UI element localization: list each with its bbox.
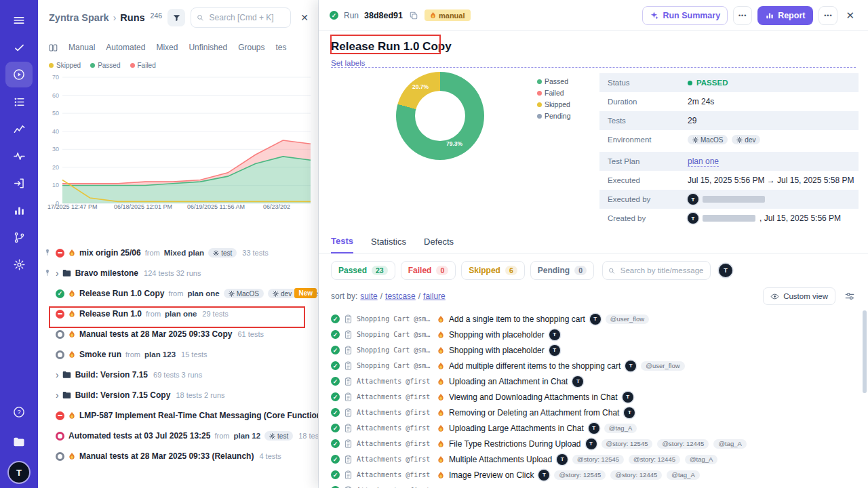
run-list-item[interactable]: Release Run 1.0fromplan one29 tests xyxy=(38,304,318,324)
runs-tab-tes[interactable]: tes xyxy=(275,43,286,52)
sort-by-testcase[interactable]: testcase xyxy=(385,291,416,301)
tab-statistics[interactable]: Statistics xyxy=(371,237,406,253)
line-chart-icon[interactable] xyxy=(5,116,33,142)
tab-defects[interactable]: Defects xyxy=(424,237,454,253)
more-options-icon[interactable]: ••• xyxy=(818,6,837,25)
assignee-avatar[interactable]: T xyxy=(549,345,560,356)
run-meta: 18 tests xyxy=(298,432,318,440)
more-options-icon[interactable]: ••• xyxy=(733,6,752,25)
run-name: LMP-587 Implement Real-Time Chat Messagi… xyxy=(79,411,318,420)
status-aborted-icon xyxy=(56,350,64,359)
assignee-avatar[interactable]: T xyxy=(538,470,549,481)
test-row[interactable]: ✓Shopping Cart @sm…Add a single item to … xyxy=(331,311,859,327)
set-labels-link[interactable]: Set labels xyxy=(331,59,856,68)
filter-chip-failed[interactable]: Failed0 xyxy=(401,261,456,280)
flame-icon xyxy=(68,249,75,257)
assignee-avatar[interactable]: T xyxy=(589,423,599,434)
run-list-item[interactable]: ›Build: Version 7.1569 tests 3 runs xyxy=(38,365,318,385)
run-list-item[interactable]: ✓Release Run 1.0 Copyfromplan one MacOS … xyxy=(38,283,318,304)
plan-name[interactable]: plan one xyxy=(187,289,219,298)
custom-view-button[interactable]: Custom view xyxy=(763,287,835,305)
run-list-item[interactable]: Automated tests at 03 Jul 2025 13:25from… xyxy=(38,426,318,446)
test-row[interactable]: ✓Shopping Cart @sm…Shopping with placeho… xyxy=(331,327,859,342)
help-icon[interactable]: ? xyxy=(5,399,33,425)
plan-name[interactable]: plan 123 xyxy=(144,350,176,359)
run-list-item[interactable]: ›Build: Version 7.15 Copy18 tests 2 runs xyxy=(38,385,318,405)
tab-tests[interactable]: Tests xyxy=(331,236,353,253)
run-list-item[interactable]: Smoke runfromplan 12315 tests xyxy=(38,344,318,365)
run-summary-button[interactable]: Run Summary xyxy=(642,6,728,25)
report-button[interactable]: Report xyxy=(757,6,813,25)
gear-icon[interactable] xyxy=(5,251,33,277)
check-icon[interactable] xyxy=(5,35,33,60)
runs-tab-mixed[interactable]: Mixed xyxy=(156,43,178,52)
runs-search-input[interactable] xyxy=(208,12,285,23)
activity-icon[interactable] xyxy=(5,143,33,169)
view-columns-icon xyxy=(49,43,58,52)
assignee-avatar[interactable]: T xyxy=(625,361,636,371)
plan-name[interactable]: plan one xyxy=(165,310,197,318)
test-row[interactable]: ✓Attachments @firstImage Preview on Clic… xyxy=(331,467,859,483)
filter-funnel-icon[interactable] xyxy=(167,9,185,26)
exit-box-icon[interactable] xyxy=(5,170,33,196)
display-settings-icon[interactable] xyxy=(844,290,856,302)
scrollbar-thumb[interactable] xyxy=(863,310,867,393)
runs-tab-manual[interactable]: Manual xyxy=(68,43,95,52)
user-avatar: T xyxy=(688,213,698,224)
tests-search xyxy=(602,261,711,280)
plan-name[interactable]: plan 12 xyxy=(233,432,260,440)
test-row[interactable]: ✓Attachments @firstUploading an Attachme… xyxy=(331,373,859,389)
run-list-item[interactable]: Manual tests at 28 Mar 2025 09:33 Copy61… xyxy=(38,324,318,344)
bar-chart-icon[interactable] xyxy=(5,197,33,223)
filter-chip-skipped[interactable]: Skipped6 xyxy=(461,261,525,280)
assignee-avatar[interactable]: T xyxy=(590,314,601,325)
assignee-avatar[interactable]: T xyxy=(624,407,635,418)
expand-chevron-icon[interactable]: › xyxy=(56,268,59,278)
list-icon[interactable] xyxy=(5,89,33,115)
sort-by-failure[interactable]: failure xyxy=(423,291,446,301)
info-row-duration: Duration 2m 24s xyxy=(599,92,859,111)
play-circle-icon[interactable] xyxy=(5,62,33,87)
filter-chip-passed[interactable]: Passed23 xyxy=(331,261,395,280)
test-row[interactable]: ✓Shopping Cart @sm…Shopping with placeho… xyxy=(331,342,859,358)
user-avatar[interactable]: T xyxy=(9,462,29,483)
runs-tab-automated[interactable]: Automated xyxy=(106,43,145,52)
runs-tab-groups[interactable]: Groups xyxy=(238,43,264,52)
runs-tab-unfinished[interactable]: Unfinished xyxy=(189,43,227,52)
branch-icon[interactable] xyxy=(5,224,33,250)
run-list-item[interactable]: LMP-587 Implement Real-Time Chat Messagi… xyxy=(38,405,318,426)
run-list-item[interactable]: Manual tests at 28 Mar 2025 09:33 (Relau… xyxy=(38,446,318,466)
assignee-avatar[interactable]: T xyxy=(572,376,583,387)
sort-by-suite[interactable]: suite xyxy=(360,291,377,301)
expand-chevron-icon[interactable]: › xyxy=(56,390,59,400)
assignee-avatar[interactable]: T xyxy=(549,329,560,340)
tests-search-input[interactable] xyxy=(619,266,705,275)
test-row[interactable]: ✓Shopping Cart @sm…Add multiple differen… xyxy=(331,358,859,373)
assignee-avatar[interactable]: T xyxy=(557,454,568,465)
test-row[interactable]: ✓Attachments @firstViewing and Downloadi… xyxy=(331,389,859,405)
run-list-item[interactable]: mix origin 25/06fromMixed plan test33 te… xyxy=(38,243,318,263)
test-row[interactable]: ✓Attachments @firstUploading Large Attac… xyxy=(331,420,859,436)
filter-chip-pending[interactable]: Pending0 xyxy=(530,261,594,280)
assignee-filter-button[interactable]: T xyxy=(717,262,734,279)
close-icon[interactable]: ✕ xyxy=(296,11,313,24)
run-title-row: Release Run 1.0 Copy xyxy=(319,31,868,54)
run-summary-section: 20.7% 79.3% PassedFailedSkippedPending S… xyxy=(319,70,868,232)
run-meta: 4 tests xyxy=(259,452,281,460)
menu-icon[interactable] xyxy=(5,7,33,33)
copy-run-id-icon[interactable] xyxy=(408,12,419,20)
assignee-avatar[interactable]: T xyxy=(586,439,597,449)
test-row[interactable]: ✓Attachments @firstMultiple Attachments … xyxy=(331,451,859,467)
run-name: mix origin 25/06 xyxy=(79,248,141,258)
test-row[interactable]: ✓Attachments @firstFile Type Restriction… xyxy=(331,436,859,451)
expand-chevron-icon[interactable]: › xyxy=(56,370,59,380)
test-row[interactable]: ✓Attachments @firstRemoving or Deleting … xyxy=(331,405,859,420)
plan-name[interactable]: Mixed plan xyxy=(164,249,204,257)
assignee-avatar[interactable]: T xyxy=(623,392,633,403)
test-plan-link[interactable]: plan one xyxy=(688,157,719,167)
folder-icon[interactable] xyxy=(5,429,33,455)
breadcrumb-project[interactable]: Zyntra Spark xyxy=(49,12,109,23)
test-row[interactable]: ✓Attachments @first xyxy=(331,483,859,488)
run-list-item[interactable]: ›Bravo milestone124 tests 32 runs xyxy=(38,263,318,283)
close-drawer-icon[interactable]: ✕ xyxy=(843,8,857,23)
